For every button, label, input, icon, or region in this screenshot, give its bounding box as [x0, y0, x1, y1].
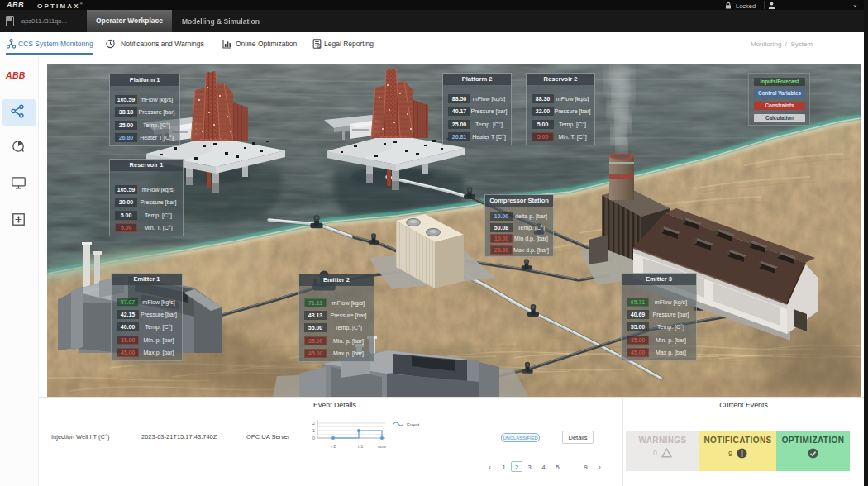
svg-text:0: 0 [312, 436, 315, 441]
svg-text:2: 2 [312, 421, 315, 426]
svg-text:Event: Event [407, 422, 420, 427]
svg-text:t-1: t-1 [358, 444, 363, 449]
svg-text:t-2: t-2 [331, 444, 336, 449]
svg-text:now: now [378, 444, 386, 449]
svg-text:1: 1 [312, 428, 315, 433]
